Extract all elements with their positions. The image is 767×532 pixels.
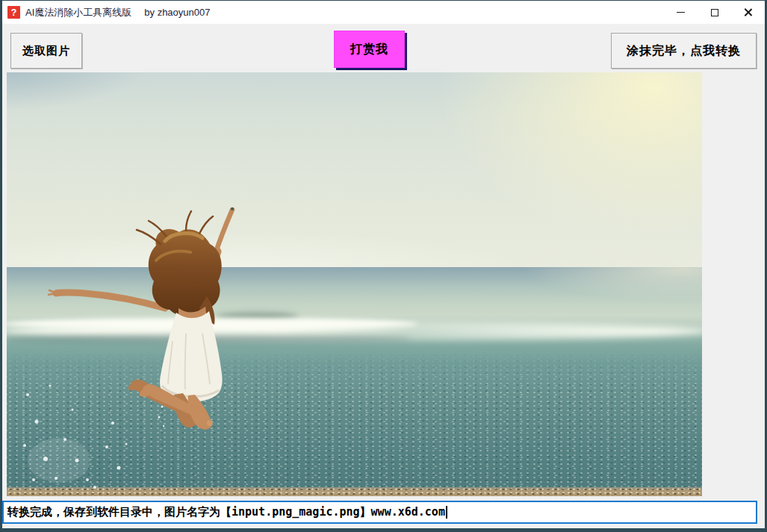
app-icon: ?	[7, 6, 20, 19]
close-button[interactable]	[731, 1, 765, 24]
photo-canvas[interactable]	[7, 72, 702, 496]
title-bar: ? AI魔法消除小工具离线版 by zhaoyun007	[2, 1, 765, 24]
minimize-icon	[677, 12, 685, 13]
text-caret	[446, 506, 447, 519]
donate-button[interactable]: 打赏我	[334, 31, 405, 68]
maximize-button[interactable]	[698, 1, 731, 24]
status-text: 转换完成，保存到软件目录中，图片名字为【input.png_magic.png】…	[7, 505, 445, 519]
window-byline: by zhaoyun007	[144, 7, 210, 18]
select-image-button[interactable]: 选取图片	[10, 33, 82, 69]
convert-button[interactable]: 涂抹完毕，点我转换	[611, 33, 757, 69]
toolbar: 选取图片 打赏我 涂抹完毕，点我转换	[2, 24, 765, 73]
dress	[160, 311, 223, 402]
splash-mist	[28, 438, 90, 483]
window-controls	[664, 1, 765, 24]
app-window: ? AI魔法消除小工具离线版 by zhaoyun007 选取图片 打赏我 涂抹…	[0, 0, 767, 532]
woman-figure	[7, 72, 702, 496]
right-forearm	[215, 210, 232, 254]
window-title: AI魔法消除小工具离线版	[25, 6, 131, 19]
minimize-button[interactable]	[664, 1, 698, 24]
close-icon	[743, 7, 753, 17]
status-textbox[interactable]: 转换完成，保存到软件目录中，图片名字为【input.png_magic.png】…	[2, 501, 757, 524]
fingertip	[231, 207, 234, 210]
maximize-icon	[711, 9, 718, 16]
knee-highlight	[207, 420, 213, 426]
left-arm	[56, 292, 165, 308]
